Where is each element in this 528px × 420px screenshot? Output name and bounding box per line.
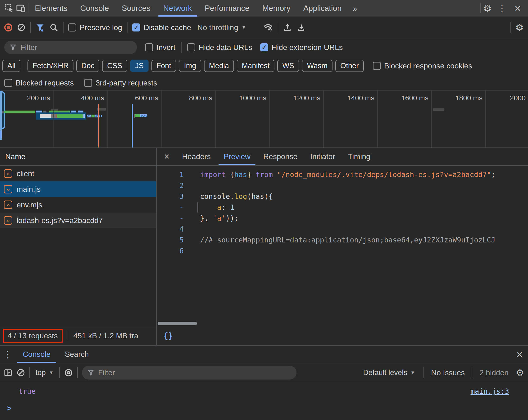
waterfall-green-bar [4, 111, 35, 114]
request-name: env.mjs [17, 201, 42, 209]
divider [510, 22, 511, 33]
tab-sources[interactable]: Sources [115, 0, 157, 17]
request-row-lodash-es-js-v-a2bacdd7[interactable]: ‹›lodash-es.js?v=a2bacdd7 [0, 213, 156, 228]
request-name: lodash-es.js?v=a2bacdd7 [17, 216, 103, 225]
tab-elements[interactable]: Elements [28, 0, 74, 17]
third-party-requests-checkbox[interactable]: 3rd-party requests [84, 79, 157, 87]
js-file-icon: ‹› [4, 169, 12, 178]
request-row-client[interactable]: ‹›client [0, 166, 156, 181]
filter-chip-media[interactable]: Media [204, 60, 234, 72]
request-row-main-js[interactable]: ‹›main.js [0, 181, 156, 197]
clear-network-log-icon[interactable] [17, 23, 26, 32]
console-filter-input[interactable]: Filter [82, 366, 297, 379]
filter-funnel-icon[interactable] [36, 23, 45, 32]
code-token: console. [200, 192, 234, 201]
details-tab-preview[interactable]: Preview [217, 148, 257, 165]
filter-chip-font[interactable]: Font [151, 60, 176, 72]
close-devtools-icon[interactable]: × [512, 3, 523, 14]
requests-list-empty-area [0, 228, 156, 326]
drawer-tab-console[interactable]: Console [16, 346, 58, 363]
network-overview-timeline[interactable]: 200 ms400 ms600 ms800 ms1000 ms1200 ms14… [0, 91, 528, 148]
request-row-env-mjs[interactable]: ‹›env.mjs [0, 197, 156, 213]
tab-console[interactable]: Console [74, 0, 115, 17]
timeline-gridline [485, 91, 486, 148]
code-token: : [221, 203, 230, 211]
search-icon[interactable] [49, 23, 58, 32]
filter-chip-ws[interactable]: WS [277, 60, 299, 72]
details-tab-headers[interactable]: Headers [176, 148, 217, 165]
console-settings-gear-icon[interactable]: ⚙ [516, 368, 524, 377]
close-drawer-icon[interactable]: × [511, 346, 528, 363]
timeline-gridline [269, 91, 270, 148]
preview-code-view[interactable]: 1import {has} from "/node_modules/.vite/… [157, 166, 528, 321]
preserve-log-checkbox[interactable]: Preserve log [68, 23, 122, 32]
blocked-response-cookies-checkbox[interactable]: Blocked response cookies [373, 62, 472, 70]
code-line: -}, 'a')); [157, 213, 528, 224]
filter-chip-fetch-xhr[interactable]: Fetch/XHR [27, 60, 73, 72]
filter-chip-all[interactable]: All [2, 60, 20, 72]
filter-chip-other[interactable]: Other [335, 60, 364, 72]
close-details-icon[interactable]: × [158, 148, 176, 165]
filter-chip-css[interactable]: CSS [102, 60, 127, 72]
name-column-header[interactable]: Name [0, 148, 156, 166]
filter-chip-doc[interactable]: Doc [76, 60, 99, 72]
tab-performance[interactable]: Performance [198, 0, 256, 17]
hide-extension-urls-checkbox[interactable]: ✓ Hide extension URLs [260, 43, 343, 52]
chevron-down-icon: ▼ [49, 370, 54, 375]
prompt-chevron-icon: > [7, 404, 12, 413]
third-party-requests-label: 3rd-party requests [96, 79, 157, 87]
hidden-messages-count[interactable]: 2 hidden [480, 368, 509, 377]
more-options-kebab-icon[interactable]: ⋮ [494, 4, 510, 13]
network-filter-input[interactable]: Filter [4, 41, 137, 54]
issues-count[interactable]: No Issues [431, 368, 465, 377]
details-tab-initiator[interactable]: Initiator [304, 148, 341, 165]
console-message-row[interactable]: true main.js:3 [0, 382, 528, 400]
timeline-tick-label: 1400 ms [347, 94, 374, 102]
record-network-log-button[interactable] [4, 23, 12, 32]
network-status-bar: 4 / 13 requests 451 kB / 1.2 MB tra {} [0, 326, 528, 346]
filter-chip-wasm[interactable]: Wasm [302, 60, 333, 72]
source-location-link[interactable]: main.js:3 [470, 387, 509, 395]
waterfall-blue-bar [101, 115, 102, 117]
tab-memory[interactable]: Memory [256, 0, 297, 17]
settings-gear-icon[interactable]: ⚙ [483, 4, 492, 13]
throttling-dropdown[interactable]: No throttling ▼ [197, 23, 246, 32]
tab-application[interactable]: Application [297, 0, 348, 17]
scrollbar-thumb[interactable] [158, 322, 197, 325]
waterfall-tick [2, 111, 4, 114]
import-har-icon[interactable] [283, 23, 292, 32]
device-toolbar-icon[interactable] [16, 4, 26, 13]
console-sidebar-toggle-icon[interactable] [4, 368, 12, 377]
timeline-gridline [161, 91, 162, 148]
hide-data-urls-checkbox[interactable]: Hide data URLs [187, 43, 252, 52]
network-conditions-icon[interactable] [263, 23, 273, 32]
filter-chip-js[interactable]: JS [130, 60, 149, 72]
invert-checkbox[interactable]: Invert [145, 43, 175, 52]
drawer-kebab-icon[interactable]: ⋮ [0, 350, 16, 359]
blocked-requests-checkbox[interactable]: Blocked requests [4, 79, 74, 87]
console-prompt[interactable]: > [0, 400, 528, 413]
line-number: 3 [157, 192, 184, 201]
tab-network[interactable]: Network [157, 0, 198, 17]
filter-chip-img[interactable]: Img [179, 60, 201, 72]
timeline-tick-label: 1800 ms [455, 94, 482, 102]
line-number: 6 [157, 247, 184, 255]
invert-label: Invert [156, 43, 175, 52]
log-levels-dropdown[interactable]: Default levels ▼ [362, 368, 416, 377]
divider [472, 367, 472, 378]
more-tabs-button[interactable]: » [348, 0, 362, 17]
inspect-element-icon[interactable] [4, 4, 14, 13]
details-tab-response[interactable]: Response [257, 148, 304, 165]
details-tab-timing[interactable]: Timing [341, 148, 377, 165]
export-har-icon[interactable] [297, 23, 306, 32]
drawer-tab-search[interactable]: Search [58, 346, 96, 363]
disable-cache-checkbox[interactable]: ✓ Disable cache [132, 23, 191, 32]
live-expression-eye-icon[interactable] [64, 368, 73, 377]
network-settings-gear-icon[interactable]: ⚙ [515, 23, 524, 32]
execution-context-dropdown[interactable]: top ▼ [34, 368, 55, 377]
filter-chip-manifest[interactable]: Manifest [237, 60, 275, 72]
transferred-size: 451 kB / 1.2 MB tra [73, 331, 138, 340]
clear-console-icon[interactable] [17, 368, 25, 377]
code-line: - a: 1 [157, 202, 528, 213]
pretty-print-icon[interactable]: {} [163, 331, 173, 341]
